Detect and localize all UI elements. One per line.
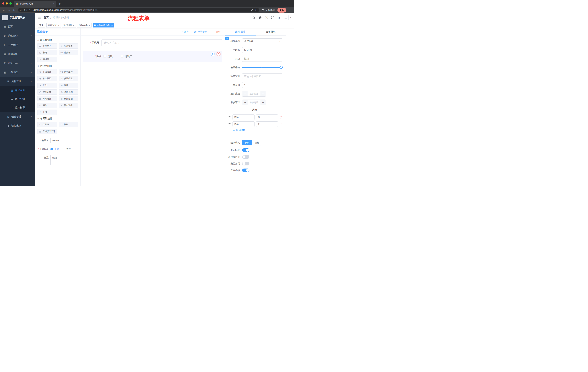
palette-item-color-picker[interactable]: ⊛颜色选择	[59, 103, 78, 108]
checkbox-box[interactable]	[121, 55, 123, 58]
max-select-input[interactable]	[248, 100, 260, 105]
save-button[interactable]: 保存	[180, 30, 189, 33]
palette-item-single-line-text[interactable]: ▭单行文本	[37, 43, 57, 49]
tag-close-icon[interactable]: ×	[58, 24, 59, 26]
palette-item-radio-group[interactable]: ◉单选框组	[37, 76, 57, 81]
browser-menu-icon[interactable]: ⋮	[289, 8, 292, 12]
tag-close-icon[interactable]: ×	[73, 24, 74, 26]
back-icon[interactable]: ←	[2, 9, 5, 11]
form-name-input[interactable]	[50, 138, 78, 143]
option-value-input[interactable]	[256, 115, 278, 120]
sidebar-item-workflow[interactable]: ▣ 工作流程 ∧	[0, 68, 35, 77]
default-value-input[interactable]	[242, 82, 282, 88]
tag-close-icon[interactable]: ×	[88, 24, 90, 26]
field-gender-row-selected[interactable]: *性别 选项一 选项二	[83, 51, 222, 62]
palette-item-time-picker[interactable]: ◷时间选择	[37, 89, 57, 95]
search-icon[interactable]	[252, 16, 255, 19]
sidebar-item-process-management[interactable]: ☰ 流程管理 ∧	[0, 77, 35, 86]
reload-icon[interactable]: ↻	[13, 9, 15, 11]
password-key-icon[interactable]	[251, 9, 253, 11]
browser-tab[interactable]: 芋道管理系统 ×	[14, 1, 56, 7]
drag-handle-icon[interactable]	[228, 116, 231, 119]
palette-item-dropdown[interactable]: ⊙下拉选择	[37, 69, 57, 74]
increase-button[interactable]: +	[260, 91, 266, 96]
palette-item-switch[interactable]: ◑开关	[37, 83, 57, 88]
close-window-button[interactable]	[2, 2, 4, 5]
tag-process-model[interactable]: 流程模型 ×	[62, 23, 76, 28]
palette-item-counter[interactable]: 123计数器	[59, 50, 78, 55]
sidebar-item-process-model[interactable]: ✈ 流程模型	[0, 103, 35, 112]
address-bar[interactable]: ⚠ 不安全 dashboard.yudao.iocoder.cn/bpm/man…	[18, 8, 259, 12]
tag-process-form-edit[interactable]: 流程表单-编辑 ×	[93, 23, 115, 28]
palette-item-upload[interactable]: ↥上传	[37, 110, 57, 115]
forward-icon[interactable]: →	[8, 9, 10, 11]
tab-component-props[interactable]: 组件属性	[225, 28, 256, 35]
tab-form-props[interactable]: 表单属性	[256, 28, 286, 35]
remove-option-icon[interactable]	[279, 123, 282, 126]
decrease-button[interactable]: −	[242, 100, 248, 105]
link-icon[interactable]: ⧉	[225, 37, 229, 40]
avatar[interactable]	[283, 15, 289, 20]
url-text[interactable]: dashboard.yudao.iocoder.cn/bpm/manager/f…	[33, 9, 97, 11]
form-grid-slider[interactable]	[242, 65, 282, 70]
option-value-input[interactable]	[256, 121, 278, 127]
palette-item-editor[interactable]: ✎编辑器	[37, 57, 57, 62]
palette-item-row-container[interactable]: □行容器	[37, 122, 57, 127]
clear-button[interactable]: 清空	[212, 30, 220, 33]
palette-item-time-range[interactable]: ◶时间范围	[59, 89, 78, 95]
github-icon[interactable]	[259, 16, 262, 19]
tag-process-definition[interactable]: 流程定义 ×	[46, 23, 61, 28]
tab-close-icon[interactable]: ×	[53, 2, 54, 5]
breadcrumb-home[interactable]: 首页	[44, 16, 49, 19]
palette-item-table[interactable]: ▦表格[开发中]	[37, 129, 57, 134]
remove-option-icon[interactable]	[279, 116, 282, 119]
option-label-input[interactable]	[232, 121, 254, 127]
delete-component-button[interactable]	[217, 52, 220, 56]
app-logo[interactable]: 芋道管理系统	[0, 13, 35, 22]
style-button-button[interactable]: 按钮	[252, 140, 262, 145]
show-label-toggle[interactable]	[242, 148, 249, 152]
palette-item-button[interactable]: ☞按钮	[59, 122, 78, 127]
sidebar-item-task-management[interactable]: ☑ 任务管理 ∨	[0, 112, 35, 121]
minimize-window-button[interactable]	[6, 2, 8, 5]
option-label-input[interactable]	[232, 115, 254, 120]
radio-open[interactable]: 开启	[50, 146, 59, 152]
sidebar-item-process-form[interactable]: ▥ 流程表单	[0, 86, 35, 95]
font-size-icon[interactable]: TT	[277, 16, 280, 19]
avatar-caret-icon[interactable]: ▾	[290, 17, 291, 19]
add-option-button[interactable]: ⊕ 添加选项	[233, 129, 282, 132]
update-button[interactable]: 更新	[277, 8, 286, 12]
decrease-button[interactable]: −	[242, 91, 248, 96]
min-select-input[interactable]	[248, 91, 260, 96]
form-canvas[interactable]: *手机号 *性别 选项一 选项二	[81, 35, 225, 186]
tag-close-icon[interactable]: ×	[111, 24, 113, 26]
sidebar-item-infrastructure[interactable]: ▤ 基础设施 ∨	[0, 50, 35, 59]
phone-input[interactable]	[101, 40, 222, 46]
palette-item-checkbox-group[interactable]: ☑多选框组	[59, 76, 78, 81]
security-label[interactable]: 不安全	[23, 9, 30, 12]
tag-process-form[interactable]: 流程表单 ×	[77, 23, 92, 28]
palette-item-slider[interactable]: ⊸滑块	[59, 83, 78, 88]
style-default-button[interactable]: 默认	[242, 140, 252, 145]
component-type-select[interactable]: 多选框组 ▾	[242, 38, 282, 44]
field-name-input[interactable]	[242, 47, 282, 53]
radio-closed[interactable]: 关闭	[63, 146, 71, 152]
increase-button[interactable]: +	[260, 100, 266, 105]
view-json-button[interactable]: 查看json	[194, 30, 207, 33]
palette-item-date-range[interactable]: ▩日期范围	[59, 96, 78, 101]
palette-item-password[interactable]: ⊡密码	[37, 50, 57, 55]
palette-item-date-picker[interactable]: ▦日期选择	[37, 96, 57, 101]
bookmark-star-icon[interactable]: ☆	[254, 9, 257, 11]
title-input[interactable]	[242, 56, 282, 62]
sidebar-item-home[interactable]: ▦ 首页	[0, 22, 35, 31]
palette-item-cascader[interactable]: ⌥级联选择	[59, 69, 78, 74]
collapse-sidebar-icon[interactable]	[38, 16, 41, 19]
sidebar-item-leave-query[interactable]: ♟ 请假查询	[0, 121, 35, 130]
help-icon[interactable]: ?	[265, 16, 268, 19]
palette-item-rate[interactable]: ☆评分	[37, 103, 57, 108]
checkbox-box[interactable]	[104, 55, 106, 58]
fullscreen-icon[interactable]	[271, 16, 274, 19]
sidebar-item-system-management[interactable]: ⚙ 系统管理 ∨	[0, 31, 35, 40]
zoom-window-button[interactable]	[10, 2, 12, 5]
sidebar-item-payment-management[interactable]: ¥ 支付管理 ∨	[0, 40, 35, 50]
